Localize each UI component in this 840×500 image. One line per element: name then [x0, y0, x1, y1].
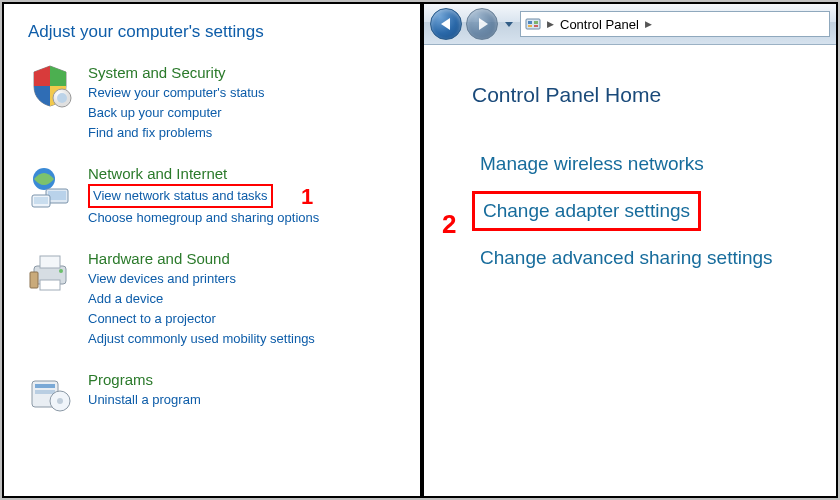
shield-icon	[28, 64, 72, 108]
link-review-status[interactable]: Review your computer's status	[88, 83, 265, 103]
svg-rect-6	[34, 197, 48, 204]
control-panel-main: Adjust your computer's settings	[4, 4, 422, 496]
category-heading[interactable]: Hardware and Sound	[88, 250, 420, 267]
breadcrumb-segment[interactable]: Control Panel	[560, 17, 639, 32]
breadcrumb-separator-icon: ▶	[547, 19, 554, 29]
address-bar[interactable]: ▶ Control Panel ▶	[520, 11, 830, 37]
category-heading[interactable]: Programs	[88, 371, 420, 388]
link-devices-printers[interactable]: View devices and printers	[88, 269, 236, 289]
category-heading[interactable]: System and Security	[88, 64, 420, 81]
annotation-1: 1	[301, 184, 313, 210]
page-title: Adjust your computer's settings	[28, 22, 420, 42]
svg-point-10	[59, 269, 63, 273]
network-center-sidebar: ▶ Control Panel ▶ Control Panel Home Man…	[422, 4, 836, 496]
link-view-network-status[interactable]: View network status and tasks	[88, 184, 273, 208]
svg-rect-11	[30, 272, 38, 288]
svg-point-1	[57, 93, 67, 103]
svg-rect-8	[40, 256, 60, 268]
svg-rect-21	[534, 25, 538, 27]
svg-rect-13	[35, 384, 55, 388]
link-backup[interactable]: Back up your computer	[88, 103, 222, 123]
svg-rect-9	[40, 280, 60, 290]
globe-network-icon	[28, 165, 72, 209]
link-change-advanced-sharing[interactable]: Change advanced sharing settings	[472, 241, 781, 275]
link-uninstall-program[interactable]: Uninstall a program	[88, 390, 201, 410]
explorer-navbar: ▶ Control Panel ▶	[424, 4, 836, 45]
category-heading[interactable]: Network and Internet	[88, 165, 420, 182]
annotation-2: 2	[442, 209, 456, 240]
link-mobility-settings[interactable]: Adjust commonly used mobility settings	[88, 329, 315, 349]
svg-rect-20	[528, 25, 532, 27]
category-programs: Programs Uninstall a program	[28, 371, 420, 415]
svg-rect-18	[528, 21, 532, 24]
breadcrumb-separator-icon: ▶	[645, 19, 652, 29]
link-projector[interactable]: Connect to a projector	[88, 309, 216, 329]
control-panel-icon	[525, 16, 541, 32]
svg-rect-4	[48, 191, 66, 200]
link-manage-wireless[interactable]: Manage wireless networks	[472, 147, 712, 181]
link-fix-problems[interactable]: Find and fix problems	[88, 123, 212, 143]
svg-rect-14	[35, 390, 55, 394]
history-dropdown[interactable]	[502, 14, 516, 34]
svg-point-16	[57, 398, 63, 404]
svg-rect-19	[534, 21, 538, 24]
category-network-internet: Network and Internet View network status…	[28, 165, 420, 228]
category-hardware-sound: Hardware and Sound View devices and prin…	[28, 250, 420, 349]
forward-button[interactable]	[466, 8, 498, 40]
link-change-adapter-settings[interactable]: Change adapter settings	[472, 191, 701, 231]
printer-icon	[28, 250, 72, 294]
link-homegroup[interactable]: Choose homegroup and sharing options	[88, 208, 319, 228]
category-system-security: System and Security Review your computer…	[28, 64, 420, 143]
back-button[interactable]	[430, 8, 462, 40]
programs-icon	[28, 371, 72, 415]
sidebar-heading: Control Panel Home	[472, 83, 814, 107]
link-add-device[interactable]: Add a device	[88, 289, 163, 309]
